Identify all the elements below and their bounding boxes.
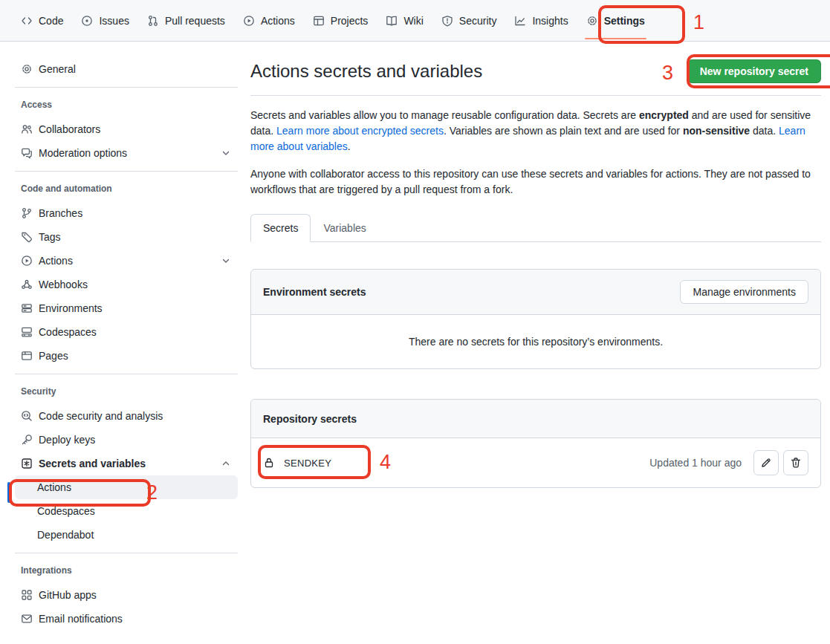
key-asterisk-icon (21, 458, 33, 469)
play-icon (243, 15, 255, 27)
sidebar-item-general[interactable]: General (15, 57, 238, 81)
apps-icon (21, 589, 33, 601)
main-content: Actions secrets and variables New reposi… (250, 42, 821, 488)
active-sidebar-indicator (7, 482, 10, 503)
sidebar-item-pages[interactable]: Pages (15, 344, 238, 368)
description-paragraph: Anyone with collaborator access to this … (250, 166, 821, 198)
tab-code[interactable]: Code (15, 9, 69, 33)
sidebar-item-label: Environments (39, 302, 232, 314)
lock-icon (263, 457, 275, 469)
learn-more-link[interactable]: Learn more about encrypted secrets (276, 125, 444, 137)
sidebar-item-label: Codespaces (39, 326, 232, 338)
gear-icon (586, 15, 598, 27)
sidebar-divider (15, 87, 238, 88)
sidebar-item-branches[interactable]: Branches (15, 201, 238, 225)
chevron-down-icon (220, 255, 232, 267)
sidebar-item-label: Branches (39, 207, 232, 219)
delete-secret-button[interactable] (783, 450, 808, 475)
code-scan-icon (21, 410, 33, 422)
sidebar-item-label: General (39, 63, 232, 75)
table-row: SENDKEY Updated 1 hour ago (251, 438, 820, 487)
sidebar-item-label: Secrets and variables (39, 458, 214, 469)
tab-actions[interactable]: Actions (237, 9, 301, 33)
page-title: Actions secrets and variables (250, 59, 482, 83)
sidebar-subitem-dependabot[interactable]: Dependabot (15, 523, 238, 547)
sidebar-item-code-security[interactable]: Code security and analysis (15, 404, 238, 428)
tab-security[interactable]: Security (435, 9, 503, 33)
server-icon (21, 302, 33, 314)
tab-wiki[interactable]: Wiki (380, 9, 429, 33)
tab-label: Pull requests (165, 15, 225, 27)
tab-label: Insights (532, 15, 568, 27)
tab-label: Code (39, 15, 63, 27)
sidebar-item-moderation-options[interactable]: Moderation options (15, 141, 238, 165)
key-icon (21, 434, 33, 446)
sidebar-divider (15, 171, 238, 172)
sidebar-item-environments[interactable]: Environments (15, 296, 238, 320)
tab-variables[interactable]: Variables (311, 214, 378, 242)
repository-secrets-box: Repository secrets SENDKEY Updated 1 hou… (250, 399, 821, 488)
sidebar-item-github-apps[interactable]: GitHub apps (15, 583, 238, 607)
environment-secrets-empty-text: There are no secrets for this repository… (251, 315, 820, 368)
secrets-variables-tabnav: Secrets Variables (250, 214, 821, 242)
description-paragraph: Secrets and variables allow you to manag… (250, 108, 821, 155)
tab-secrets[interactable]: Secrets (250, 214, 311, 242)
sidebar-section-integrations: Integrations (15, 559, 238, 583)
people-icon (21, 123, 33, 135)
sidebar-item-webhooks[interactable]: Webhooks (15, 273, 238, 296)
sidebar-item-codespaces[interactable]: Codespaces (15, 320, 238, 344)
code-icon (21, 15, 33, 27)
sidebar-item-label: Tags (39, 231, 232, 243)
sidebar-item-deploy-keys[interactable]: Deploy keys (15, 428, 238, 452)
trash-icon (790, 457, 802, 469)
settings-sidebar: General Access Collaborators Moderation … (0, 42, 238, 631)
environment-secrets-box: Environment secrets Manage environments … (250, 269, 821, 369)
mail-icon (21, 613, 33, 625)
tab-settings[interactable]: Settings (580, 9, 651, 33)
tab-label: Settings (604, 15, 645, 27)
sidebar-section-access: Access (15, 94, 238, 117)
table-icon (313, 15, 325, 27)
git-pull-request-icon (147, 15, 159, 27)
secret-name: SENDKEY (284, 458, 331, 469)
sidebar-section-security: Security (15, 380, 238, 404)
sidebar-item-label: Pages (39, 350, 232, 362)
tab-label: Wiki (403, 15, 423, 27)
tab-pull-requests[interactable]: Pull requests (141, 9, 231, 33)
repository-secrets-title: Repository secrets (263, 413, 357, 425)
sidebar-item-label: Code security and analysis (39, 410, 232, 422)
play-icon (21, 255, 33, 267)
sidebar-item-collaborators[interactable]: Collaborators (15, 117, 238, 141)
tab-label: Security (459, 15, 497, 27)
edit-secret-button[interactable] (753, 450, 779, 475)
sidebar-item-label: Dependabot (37, 529, 232, 541)
codespaces-icon (21, 326, 33, 338)
webhook-icon (21, 279, 33, 290)
sidebar-item-tags[interactable]: Tags (15, 225, 238, 249)
tag-icon (21, 231, 33, 243)
new-repository-secret-button[interactable]: New repository secret (687, 59, 821, 83)
sidebar-item-email-notifications[interactable]: Email notifications (15, 607, 238, 631)
sidebar-item-secrets-and-variables[interactable]: Secrets and variables (15, 452, 238, 475)
sidebar-divider (15, 553, 238, 553)
tab-projects[interactable]: Projects (307, 9, 375, 33)
tab-insights[interactable]: Insights (508, 9, 574, 33)
tab-label: Actions (261, 15, 295, 27)
chevron-up-icon (220, 458, 232, 469)
tab-label: Projects (331, 15, 369, 27)
book-icon (386, 15, 398, 27)
shield-icon (441, 15, 453, 27)
sidebar-subitem-actions[interactable]: Actions (15, 475, 238, 499)
sidebar-item-label: Collaborators (39, 123, 232, 135)
tab-label: Issues (99, 15, 129, 27)
sidebar-item-label: Moderation options (39, 147, 214, 159)
graph-icon (514, 15, 526, 27)
chevron-down-icon (220, 147, 232, 159)
manage-environments-button[interactable]: Manage environments (680, 280, 808, 304)
sidebar-subitem-codespaces[interactable]: Codespaces (15, 499, 238, 523)
pencil-icon (760, 457, 772, 469)
tab-issues[interactable]: Issues (75, 9, 134, 33)
issue-opened-icon (81, 15, 93, 27)
sidebar-item-actions[interactable]: Actions (15, 249, 238, 273)
repo-tab-bar: Code Issues Pull requests Actions Projec… (0, 0, 830, 42)
